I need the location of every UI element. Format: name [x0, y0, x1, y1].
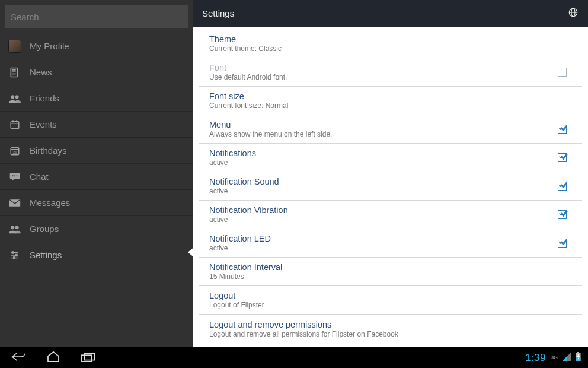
setting-theme[interactable]: Theme Current theme: Classic	[199, 30, 582, 58]
setting-notification-vibration[interactable]: Notification Vibration active	[199, 201, 582, 229]
recent-apps-icon[interactable]	[81, 351, 96, 364]
sidebar-item-messages[interactable]: Messages	[0, 190, 193, 216]
setting-title: Logout and remove permissions	[209, 320, 571, 329]
calendar-icon	[8, 118, 21, 131]
setting-subtitle: active	[209, 158, 558, 167]
svg-rect-30	[85, 353, 95, 360]
svg-point-15	[12, 175, 14, 176]
setting-title: Notifications	[209, 148, 558, 158]
active-pointer-icon	[188, 246, 195, 258]
search-box[interactable]	[5, 5, 188, 28]
signal-bars-icon	[563, 353, 571, 363]
svg-text:31: 31	[12, 150, 17, 154]
setting-title: Notification Vibration	[209, 205, 558, 215]
sidebar-item-events[interactable]: Events	[0, 112, 193, 138]
setting-title: Notification LED	[209, 234, 558, 243]
setting-notification-led[interactable]: Notification LED active	[199, 229, 582, 258]
status-clock: 1:39	[525, 352, 546, 364]
svg-marker-14	[12, 179, 14, 181]
svg-point-20	[15, 226, 19, 229]
sidebar-item-label: Chat	[30, 172, 49, 182]
back-icon[interactable]	[11, 351, 26, 365]
mail-icon	[8, 196, 21, 210]
setting-subtitle: Current font size: Normal	[209, 101, 571, 110]
checkbox[interactable]	[558, 153, 567, 162]
setting-logout[interactable]: Logout Logout of Flipster	[199, 286, 582, 315]
sidebar-item-label: Birthdays	[30, 145, 67, 156]
status-signal: 3G	[551, 355, 558, 360]
svg-point-4	[11, 95, 14, 99]
svg-rect-34	[577, 352, 579, 353]
setting-notification-sound[interactable]: Notification Sound active	[199, 172, 582, 201]
settings-icon	[8, 249, 21, 262]
setting-title: Notification Sound	[209, 177, 558, 186]
setting-font[interactable]: Font Use default Android font.	[199, 58, 582, 87]
search-input[interactable]	[11, 12, 182, 22]
svg-point-17	[16, 175, 17, 176]
setting-subtitle: Logout of Flipster	[209, 301, 571, 309]
svg-marker-33	[563, 356, 567, 361]
sidebar-item-birthdays[interactable]: 31 Birthdays	[0, 138, 193, 164]
setting-subtitle: Use default Android font.	[209, 73, 558, 81]
android-navbar: 1:39 3G	[0, 347, 588, 368]
setting-notification-interval[interactable]: Notification Interval 15 Minutes	[199, 258, 582, 286]
setting-title: Font size	[209, 91, 571, 101]
friends-icon	[8, 92, 21, 105]
avatar-icon	[8, 40, 21, 53]
setting-subtitle: 15 Minutes	[209, 272, 571, 281]
setting-notifications[interactable]: Notifications active	[199, 144, 582, 172]
setting-title: Menu	[209, 120, 558, 129]
sidebar-item-groups[interactable]: Groups	[0, 216, 193, 242]
sidebar-item-label: Settings	[30, 250, 62, 260]
globe-icon[interactable]	[568, 7, 579, 20]
sidebar-item-label: Groups	[30, 224, 59, 234]
setting-subtitle: Logout and remove all permissions for Fl…	[209, 330, 571, 338]
setting-subtitle: Always show the menu on the left side.	[209, 130, 558, 138]
setting-logout-remove[interactable]: Logout and remove permissions Logout and…	[199, 315, 582, 343]
sidebar-item-profile[interactable]: My Profile	[0, 33, 193, 59]
setting-subtitle: active	[209, 244, 558, 252]
settings-list[interactable]: Theme Current theme: Classic Font Use de…	[193, 27, 588, 347]
setting-title: Font	[209, 63, 558, 72]
svg-rect-6	[11, 121, 19, 128]
checkbox[interactable]	[558, 239, 567, 248]
home-icon[interactable]	[46, 351, 60, 365]
main-panel: Settings Theme Current theme: Classic Fo…	[193, 0, 588, 347]
groups-icon	[8, 223, 21, 236]
sidebar-item-chat[interactable]: Chat	[0, 164, 193, 190]
nav-right: 1:39 3G	[525, 352, 581, 364]
sidebar-item-settings[interactable]: Settings	[0, 242, 193, 268]
svg-rect-26	[14, 257, 15, 259]
checkbox[interactable]	[558, 68, 567, 77]
checkbox[interactable]	[558, 210, 567, 219]
sidebar-item-news[interactable]: News	[0, 59, 193, 85]
svg-point-16	[14, 175, 15, 176]
svg-rect-25	[16, 254, 17, 256]
sidebar-item-friends[interactable]: Friends	[0, 85, 193, 112]
sidebar-item-label: News	[30, 67, 52, 77]
setting-subtitle: active	[209, 215, 558, 224]
sidebar-item-label: Events	[30, 119, 57, 129]
checkbox[interactable]	[558, 125, 567, 134]
sidebar: My Profile News Friends Events 31 Birthd…	[0, 0, 193, 347]
birthday-icon: 31	[8, 144, 21, 157]
svg-point-19	[11, 226, 14, 229]
battery-icon	[576, 352, 581, 363]
setting-title: Notification Interval	[209, 262, 571, 272]
news-icon	[8, 66, 21, 79]
app-frame: My Profile News Friends Events 31 Birthd…	[0, 0, 588, 347]
svg-rect-24	[12, 252, 14, 253]
nav-left	[7, 351, 96, 365]
chat-icon	[8, 170, 21, 183]
checkbox[interactable]	[558, 182, 567, 191]
setting-title: Logout	[209, 291, 571, 300]
setting-font-size[interactable]: Font size Current font size: Normal	[199, 87, 582, 115]
setting-menu[interactable]: Menu Always show the menu on the left si…	[199, 115, 582, 144]
sidebar-item-label: Messages	[30, 198, 70, 208]
sidebar-item-label: My Profile	[30, 41, 69, 51]
svg-point-5	[15, 95, 19, 99]
setting-subtitle: active	[209, 187, 558, 195]
sidebar-item-label: Friends	[30, 93, 59, 103]
svg-rect-31	[82, 355, 92, 361]
setting-subtitle: Current theme: Classic	[209, 45, 571, 53]
